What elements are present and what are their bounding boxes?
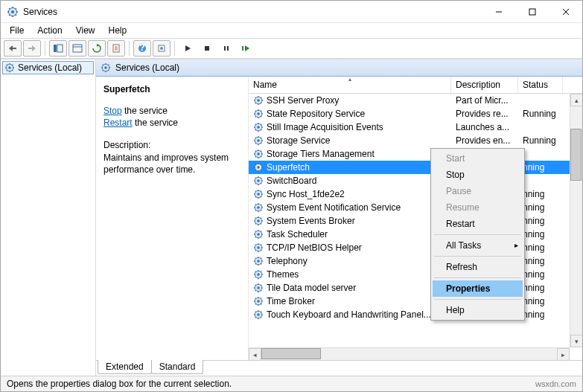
status-bar: Opens the properties dialog box for the … — [1, 376, 582, 391]
menu-help[interactable]: Help — [103, 24, 133, 37]
service-status-cell: nning — [518, 229, 563, 240]
svg-text:?: ? — [139, 44, 144, 53]
service-name-cell: Task Scheduler — [249, 229, 451, 240]
service-row[interactable]: Sync Host_1fde2e2nning — [249, 187, 582, 201]
scroll-track[interactable] — [261, 348, 557, 360]
ctx-properties[interactable]: Properties — [433, 280, 523, 297]
service-status-cell: nning — [518, 202, 563, 213]
restart-suffix: the service — [133, 118, 178, 128]
start-service-button[interactable] — [179, 40, 197, 57]
back-button[interactable] — [4, 40, 22, 57]
service-row[interactable]: Time Brokernning — [249, 295, 582, 308]
col-header-name[interactable]: Name▴ — [249, 77, 451, 93]
refresh-button[interactable] — [88, 40, 106, 57]
maximize-button[interactable] — [515, 1, 549, 22]
list-header: Name▴ Description Status — [249, 77, 582, 94]
scroll-down-button[interactable]: ▾ — [570, 335, 583, 347]
service-row[interactable]: TCP/IP NetBIOS Helpernning — [249, 241, 582, 254]
help-button[interactable]: ? — [133, 40, 151, 57]
col-header-description[interactable]: Description — [451, 77, 518, 93]
ctx-refresh[interactable]: Refresh — [433, 259, 523, 275]
service-row[interactable]: Storage ServiceProvides en...Running — [249, 134, 582, 147]
properties-button[interactable] — [107, 40, 125, 57]
ctx-restart[interactable]: Restart — [433, 216, 523, 232]
svg-rect-11 — [529, 9, 535, 15]
ctx-all-tasks[interactable]: All Tasks▸ — [433, 237, 523, 254]
scroll-right-button[interactable]: ▸ — [557, 348, 570, 361]
chevron-right-icon: ▸ — [514, 241, 518, 249]
menu-view[interactable]: View — [70, 24, 101, 37]
service-row[interactable]: Touch Keyboard and Handwriting Panel...n… — [249, 308, 582, 321]
scroll-thumb[interactable] — [261, 348, 321, 359]
tab-standard[interactable]: Standard — [151, 360, 204, 374]
ctx-separator — [434, 299, 521, 300]
toolbar-separator — [129, 41, 130, 56]
gear-icon — [253, 256, 264, 266]
service-row[interactable]: Themesnning — [249, 268, 582, 281]
ctx-stop[interactable]: Stop — [433, 167, 523, 183]
service-row[interactable]: System Events Brokernning — [249, 214, 582, 228]
scroll-left-button[interactable]: ◂ — [249, 348, 261, 361]
service-desc-cell: Launches a... — [451, 122, 518, 132]
service-status-cell: nning — [518, 309, 563, 320]
minimize-button[interactable] — [482, 1, 515, 22]
service-status-cell: nning — [518, 216, 563, 226]
service-row[interactable]: System Event Notification Servicenning — [249, 201, 582, 214]
watermark: wsxdn.com — [535, 379, 576, 388]
service-status-cell: nning — [518, 296, 563, 306]
service-row[interactable]: Tile Data model servernning — [249, 281, 582, 295]
service-row[interactable]: SwitchBoard — [249, 174, 582, 187]
col-header-status[interactable]: Status — [518, 77, 563, 93]
service-name-cell: SwitchBoard — [249, 176, 451, 186]
service-list[interactable]: SSH Server ProxyPart of Micr...State Rep… — [249, 94, 582, 360]
show-hide-tree-button[interactable] — [49, 40, 67, 57]
service-row[interactable]: Telephonynning — [249, 254, 582, 268]
service-row[interactable]: Task Schedulernning — [249, 228, 582, 241]
description-text: Maintains and improves system performanc… — [103, 152, 243, 176]
restart-link[interactable]: Restart — [103, 118, 133, 128]
pause-service-button[interactable] — [217, 40, 235, 57]
service-status-cell: nning — [518, 256, 563, 266]
gear-icon — [253, 122, 264, 132]
service-status-cell: nning — [518, 162, 563, 173]
gear-icon — [253, 135, 264, 146]
service-row[interactable]: Still Image Acquisition EventsLaunches a… — [249, 121, 582, 134]
gear-icon — [253, 216, 264, 226]
right-pane-header: Services (Local) — [96, 60, 582, 77]
console-tree[interactable]: Services (Local) — [1, 60, 96, 376]
gear-icon — [253, 229, 264, 240]
selected-service-name: Superfetch — [103, 84, 243, 94]
export-list-button[interactable] — [69, 40, 86, 57]
tree-root-services-local[interactable]: Services (Local) — [2, 61, 94, 74]
help-topics-button[interactable] — [153, 40, 171, 57]
stop-link[interactable]: Stop — [103, 106, 122, 116]
gear-icon — [253, 202, 264, 213]
stop-service-button[interactable] — [198, 40, 216, 57]
forward-button[interactable] — [23, 40, 41, 57]
menu-file[interactable]: File — [4, 24, 30, 37]
service-desc-cell: Provides en... — [451, 135, 518, 146]
service-row[interactable]: SSH Server ProxyPart of Micr... — [249, 94, 582, 107]
gear-icon — [253, 189, 264, 199]
service-row[interactable]: State Repository ServiceProvides re...Ru… — [249, 107, 582, 121]
restart-service-button[interactable] — [237, 40, 255, 57]
toolbar: ? — [1, 38, 582, 59]
service-row[interactable]: Superfetchnning — [249, 161, 582, 174]
horizontal-scrollbar[interactable]: ◂ ▸ — [249, 347, 570, 360]
close-button[interactable] — [549, 1, 582, 22]
service-name-cell: Telephony — [249, 256, 451, 266]
menu-action[interactable]: Action — [31, 24, 68, 37]
service-name-cell: Still Image Acquisition Events — [249, 122, 451, 132]
scroll-track[interactable] — [570, 106, 582, 335]
scroll-up-button[interactable]: ▴ — [570, 94, 583, 106]
gear-icon — [253, 109, 264, 119]
service-name-cell: Time Broker — [249, 296, 451, 306]
service-row[interactable]: Storage Tiers ManagementOptimizes t... — [249, 147, 582, 161]
scroll-thumb[interactable] — [570, 129, 582, 181]
service-status-cell: nning — [518, 283, 563, 293]
context-menu: Start Stop Pause Resume Restart All Task… — [430, 148, 525, 321]
ctx-help[interactable]: Help — [433, 302, 523, 318]
vertical-scrollbar[interactable]: ▴ ▾ — [570, 94, 582, 347]
tab-extended[interactable]: Extended — [98, 360, 152, 374]
service-name-cell: Storage Tiers Management — [249, 149, 451, 159]
